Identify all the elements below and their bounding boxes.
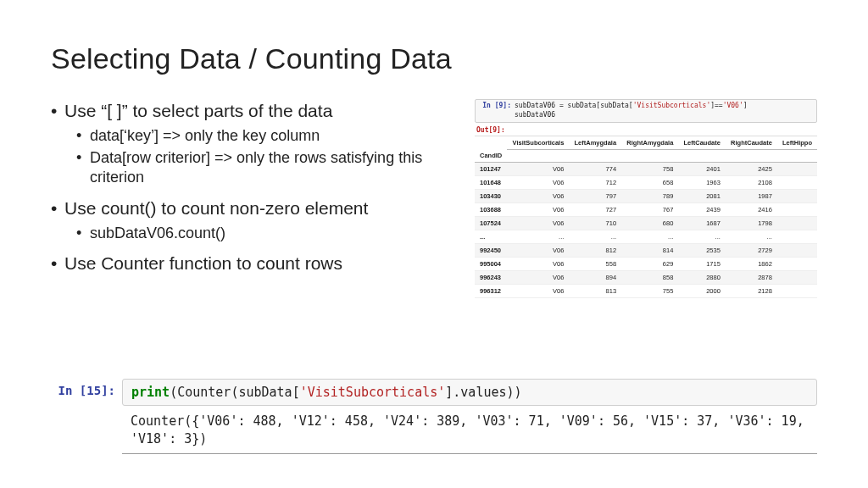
df-cell <box>777 285 817 298</box>
df-body: 101247V0677475824012425101648V0671265819… <box>475 163 817 298</box>
df-index: 995004 <box>475 258 507 271</box>
code-line2: subDataV06 <box>515 111 555 119</box>
in-prompt-15: In [15]: <box>51 379 122 406</box>
df-cell: 2081 <box>678 190 726 203</box>
df-cell: 2425 <box>726 163 777 176</box>
df-cell: 755 <box>621 285 678 298</box>
df-col-header: LeftCaudate <box>678 136 726 150</box>
dataframe-table: VisitSubcorticalsLeftAmygdalaRightAmygda… <box>475 136 817 299</box>
df-cell: 2108 <box>726 176 777 190</box>
print-kw: print <box>131 385 170 400</box>
df-cell: ... <box>569 230 621 244</box>
df-cell <box>777 163 817 176</box>
df-cell: 558 <box>569 258 621 271</box>
table-row: 107524V0671068016871798 <box>475 217 817 230</box>
bullet-2a: subDataV06.count() <box>76 224 458 243</box>
df-cell <box>777 203 817 217</box>
out-15: Counter({'V06': 488, 'V12': 458, 'V24': … <box>122 406 817 454</box>
bullet-1-text: Use “[ ]” to select parts of the data <box>64 101 332 120</box>
df-cell <box>777 230 817 244</box>
bullet-2: Use count() to count non-zero element su… <box>51 197 458 244</box>
notebook-preview: In [9]: subDataV06 = subData[subData['Vi… <box>475 99 817 298</box>
in-cell-9: In [9]: subDataV06 = subData[subData['Vi… <box>475 99 817 123</box>
df-col-header: LeftAmygdala <box>569 136 621 150</box>
df-index: 107524 <box>475 217 507 230</box>
df-cell: 2128 <box>726 285 777 298</box>
df-cell: 1987 <box>726 190 777 203</box>
df-index: 103430 <box>475 190 507 203</box>
df-cell: 2535 <box>678 244 726 258</box>
df-col-header: RightCaudate <box>726 136 777 150</box>
df-index: ... <box>475 230 507 244</box>
df-cell: 789 <box>621 190 678 203</box>
df-cell: ... <box>507 230 569 244</box>
df-cell: V06 <box>507 285 569 298</box>
df-cell <box>777 244 817 258</box>
code-str: 'VisitSubcorticals' <box>300 385 446 400</box>
code-seg: (Counter(subData[ <box>170 385 300 400</box>
bullet-2-text: Use count() to count non-zero element <box>64 198 368 218</box>
slide: Selecting Data / Counting Data Use “[ ]”… <box>0 0 868 488</box>
df-cell <box>777 190 817 203</box>
df-cell: 680 <box>621 217 678 230</box>
df-cell: ... <box>621 230 678 244</box>
df-index-name: CandID <box>475 149 507 163</box>
table-row: 101247V0677475824012425 <box>475 163 817 176</box>
df-col-header: VisitSubcorticals <box>507 136 569 150</box>
code-str: 'V06' <box>723 102 743 109</box>
df-col-header: LeftHippo <box>777 136 817 150</box>
bullet-1: Use “[ ]” to select parts of the data da… <box>51 99 458 188</box>
df-cell: V06 <box>507 258 569 271</box>
table-row: 103688V0672776724392416 <box>475 203 817 217</box>
code-seg: subDataV06 = subData[subData[ <box>515 102 633 109</box>
bullet-1a: data[‘key’] => only the key column <box>76 126 458 146</box>
df-cell <box>777 176 817 190</box>
df-cell: 2880 <box>678 271 726 285</box>
df-cell: 814 <box>621 244 678 258</box>
table-row: 996243V0689485828802878 <box>475 271 817 285</box>
df-cell: ... <box>726 230 777 244</box>
df-cell: V06 <box>507 163 569 176</box>
df-cell: 774 <box>569 163 621 176</box>
df-index: 101247 <box>475 163 507 176</box>
table-row: 103430V0679778920811987 <box>475 190 817 203</box>
bullet-3: Use Counter function to count rows <box>51 252 458 275</box>
df-cell: 658 <box>621 176 678 190</box>
df-cell: 758 <box>621 163 678 176</box>
table-row: .................. <box>475 230 817 244</box>
in-prompt-9: In [9]: <box>479 102 511 111</box>
dataframe-output: VisitSubcorticalsLeftAmygdalaRightAmygda… <box>475 136 817 299</box>
table-row: 992450V0681281425352729 <box>475 244 817 258</box>
df-cell: 2729 <box>726 244 777 258</box>
df-cell: 812 <box>569 244 621 258</box>
code-seg: ].values)) <box>445 385 521 400</box>
df-cell: 2416 <box>726 203 777 217</box>
df-cell: V06 <box>507 271 569 285</box>
df-cell: 858 <box>621 271 678 285</box>
df-cell: 1862 <box>726 258 777 271</box>
bullet-1b: Data[row criterior] => only the rows sat… <box>76 148 458 188</box>
slide-title: Selecting Data / Counting Data <box>51 42 817 75</box>
df-cell: 629 <box>621 258 678 271</box>
df-cell: V06 <box>507 190 569 203</box>
in-code-15: print(Counter(subData['VisitSubcorticals… <box>122 379 817 406</box>
df-cell: 710 <box>569 217 621 230</box>
df-cell <box>777 258 817 271</box>
df-index: 103688 <box>475 203 507 217</box>
bullet-area: Use “[ ]” to select parts of the data da… <box>51 99 458 285</box>
df-head: VisitSubcorticalsLeftAmygdalaRightAmygda… <box>475 136 817 163</box>
df-cell: 2878 <box>726 271 777 285</box>
body-row: Use “[ ]” to select parts of the data da… <box>51 99 817 298</box>
df-cell: 712 <box>569 176 621 190</box>
df-cell: 894 <box>569 271 621 285</box>
df-col-header: RightAmygdala <box>621 136 678 150</box>
df-cell: 2000 <box>678 285 726 298</box>
out-prompt-9: Out[9]: <box>475 126 817 134</box>
df-cell: ... <box>678 230 726 244</box>
df-cell: V06 <box>507 203 569 217</box>
df-cell: 1963 <box>678 176 726 190</box>
df-cell: 1715 <box>678 258 726 271</box>
df-cell: 2439 <box>678 203 726 217</box>
df-index: 992450 <box>475 244 507 258</box>
df-cell: 797 <box>569 190 621 203</box>
